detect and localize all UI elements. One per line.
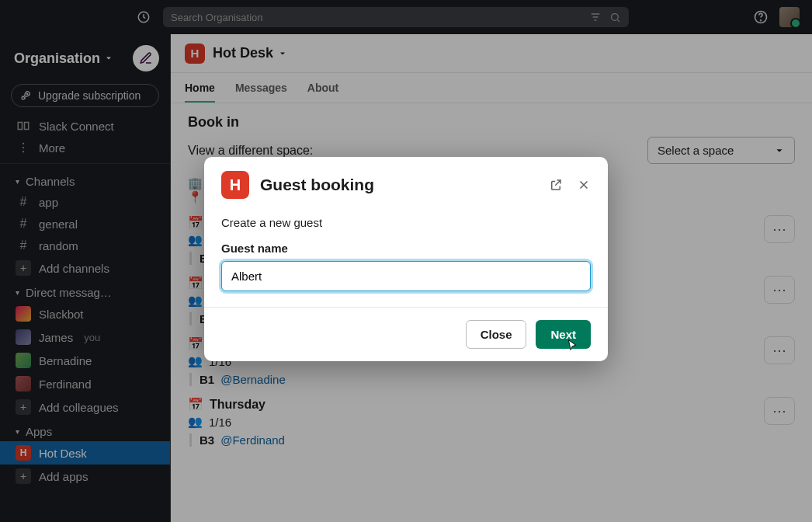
hotdesk-logo: H: [221, 171, 249, 199]
modal: H Guest booking Create a new guest Guest…: [204, 157, 608, 361]
next-button[interactable]: Next: [536, 320, 591, 349]
field-label: Guest name: [221, 242, 591, 255]
close-button[interactable]: Close: [466, 320, 527, 349]
guest-name-input[interactable]: [221, 261, 591, 291]
modal-subtitle: Create a new guest: [221, 216, 591, 229]
next-label: Next: [550, 328, 576, 341]
open-external-icon[interactable]: [549, 178, 563, 192]
close-icon[interactable]: [577, 178, 591, 192]
modal-title: Guest booking: [260, 176, 538, 194]
modal-overlay[interactable]: H Guest booking Create a new guest Guest…: [0, 0, 812, 522]
